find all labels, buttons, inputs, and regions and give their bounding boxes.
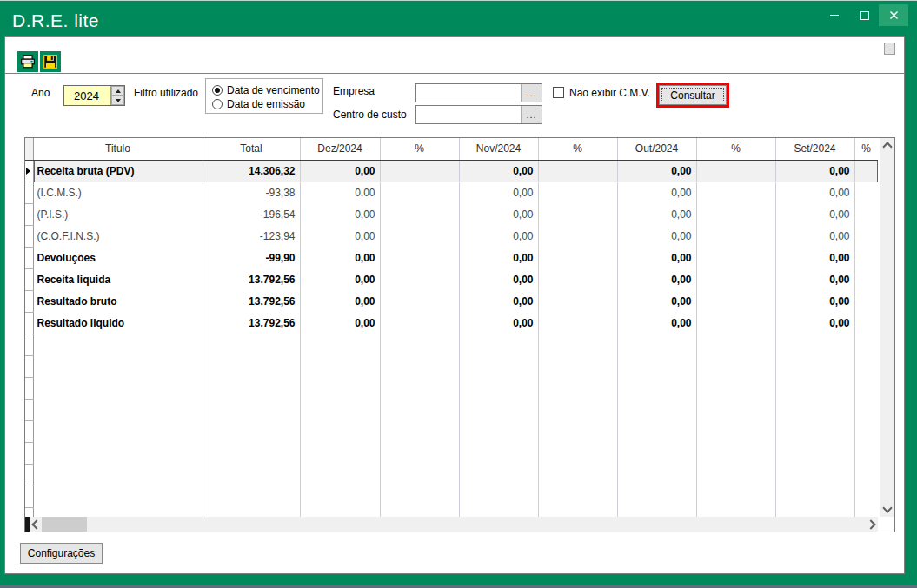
panel-grip[interactable] bbox=[884, 43, 895, 55]
cell-value[interactable] bbox=[380, 203, 459, 225]
cell-value[interactable] bbox=[380, 182, 459, 203]
cell-value[interactable]: 0,00 bbox=[617, 312, 696, 334]
cell-value[interactable]: 0,00 bbox=[300, 160, 380, 182]
cell-value[interactable] bbox=[854, 182, 878, 203]
cell-titulo[interactable]: (I.C.M.S.) bbox=[33, 182, 203, 203]
cell-value[interactable] bbox=[696, 312, 775, 334]
cell-value[interactable]: 0,00 bbox=[300, 268, 380, 290]
cell-value[interactable]: 0,00 bbox=[300, 312, 380, 334]
cell-value[interactable]: 0,00 bbox=[617, 160, 696, 182]
cell-value[interactable] bbox=[854, 160, 878, 182]
year-spin-down-button[interactable] bbox=[111, 96, 124, 105]
row-indicator[interactable] bbox=[25, 203, 33, 225]
row-indicator[interactable] bbox=[25, 268, 33, 290]
cell-value[interactable]: 13.792,56 bbox=[203, 312, 300, 334]
cell-value[interactable] bbox=[696, 225, 775, 247]
cell-value[interactable] bbox=[380, 160, 459, 182]
empresa-lookup-button[interactable]: ... bbox=[521, 84, 542, 102]
cell-titulo[interactable]: (P.I.S.) bbox=[33, 203, 203, 225]
cell-value[interactable] bbox=[696, 290, 775, 312]
cell-value[interactable]: 0,00 bbox=[617, 203, 696, 225]
column-header-titulo[interactable]: Titulo bbox=[33, 138, 203, 160]
cell-titulo[interactable]: Receita bruta (PDV) bbox=[33, 160, 203, 182]
cell-value[interactable] bbox=[854, 290, 878, 312]
cell-value[interactable] bbox=[380, 290, 459, 312]
consultar-button[interactable]: Consultar bbox=[659, 85, 727, 105]
cell-value[interactable] bbox=[538, 160, 617, 182]
cell-value[interactable]: 0,00 bbox=[617, 247, 696, 268]
cell-value[interactable]: 0,00 bbox=[775, 290, 854, 312]
cell-value[interactable]: -93,38 bbox=[203, 182, 300, 203]
table-row[interactable]: (I.C.M.S.)-93,380,000,000,000,00 bbox=[25, 182, 878, 203]
cell-value[interactable] bbox=[538, 247, 617, 268]
cell-value[interactable] bbox=[538, 225, 617, 247]
save-button[interactable] bbox=[40, 51, 61, 72]
cell-value[interactable]: 0,00 bbox=[775, 182, 854, 203]
cell-value[interactable]: -196,54 bbox=[203, 203, 300, 225]
cell-value[interactable]: 0,00 bbox=[775, 203, 854, 225]
cell-value[interactable]: 0,00 bbox=[775, 268, 854, 290]
cell-value[interactable]: 0,00 bbox=[775, 247, 854, 268]
cell-value[interactable]: 0,00 bbox=[775, 160, 854, 182]
cell-value[interactable] bbox=[538, 312, 617, 334]
column-header-pct-5[interactable]: % bbox=[538, 138, 617, 160]
cell-value[interactable] bbox=[538, 290, 617, 312]
radio-option-1[interactable]: Data de vencimento bbox=[212, 83, 320, 97]
horizontal-scroll-thumb[interactable] bbox=[42, 517, 87, 532]
cell-value[interactable]: 0,00 bbox=[300, 225, 380, 247]
cell-titulo[interactable]: Receita liquida bbox=[33, 268, 203, 290]
cell-value[interactable] bbox=[696, 247, 775, 268]
scroll-down-button[interactable] bbox=[880, 502, 894, 517]
cell-value[interactable]: 0,00 bbox=[617, 225, 696, 247]
table-row[interactable]: Resultado bruto13.792,560,000,000,000,00 bbox=[25, 290, 878, 312]
cell-titulo[interactable]: Resultado bruto bbox=[33, 290, 203, 312]
radio-option-2[interactable]: Data de emissão bbox=[212, 97, 305, 111]
table-row[interactable]: (P.I.S.)-196,540,000,000,000,00 bbox=[25, 203, 878, 225]
cell-value[interactable] bbox=[854, 247, 878, 268]
column-header-dez-2024[interactable]: Dez/2024 bbox=[300, 138, 380, 160]
cell-value[interactable]: 0,00 bbox=[300, 290, 380, 312]
column-header-pct-7[interactable]: % bbox=[696, 138, 775, 160]
year-input[interactable] bbox=[64, 86, 110, 105]
cell-value[interactable]: 0,00 bbox=[300, 247, 380, 268]
cell-value[interactable]: 0,00 bbox=[459, 160, 538, 182]
empresa-input[interactable] bbox=[416, 84, 521, 102]
cell-value[interactable] bbox=[380, 225, 459, 247]
cell-value[interactable]: 0,00 bbox=[459, 247, 538, 268]
cell-value[interactable] bbox=[696, 268, 775, 290]
titlebar[interactable]: D.R.E. lite bbox=[0, 0, 917, 36]
radio-icon[interactable] bbox=[212, 99, 223, 109]
cell-value[interactable]: 0,00 bbox=[459, 290, 538, 312]
cell-value[interactable] bbox=[696, 203, 775, 225]
cell-value[interactable]: -123,94 bbox=[203, 225, 300, 247]
table-row[interactable]: Receita liquida13.792,560,000,000,000,00 bbox=[25, 268, 878, 290]
cell-value[interactable]: 0,00 bbox=[775, 225, 854, 247]
cell-value[interactable] bbox=[538, 203, 617, 225]
centro-custo-lookup-button[interactable]: ... bbox=[521, 106, 542, 123]
table-row[interactable]: (C.O.F.I.N.S.)-123,940,000,000,000,00 bbox=[25, 225, 878, 247]
column-header-out-2024[interactable]: Out/2024 bbox=[617, 138, 696, 160]
scroll-left-button[interactable] bbox=[30, 517, 41, 532]
cell-value[interactable]: -99,90 bbox=[203, 247, 300, 268]
cell-value[interactable] bbox=[380, 312, 459, 334]
column-header-pct-9[interactable]: % bbox=[854, 138, 878, 160]
column-header-total[interactable]: Total bbox=[203, 138, 300, 160]
row-indicator[interactable] bbox=[25, 160, 33, 182]
cell-value[interactable] bbox=[538, 268, 617, 290]
scroll-up-button[interactable] bbox=[880, 138, 894, 153]
column-header-set-2024[interactable]: Set/2024 bbox=[775, 138, 854, 160]
row-indicator[interactable] bbox=[25, 247, 33, 268]
cell-value[interactable]: 14.306,32 bbox=[203, 160, 300, 182]
cell-value[interactable]: 0,00 bbox=[775, 312, 854, 334]
cell-value[interactable]: 0,00 bbox=[459, 182, 538, 203]
cell-titulo[interactable]: Devoluções bbox=[33, 247, 203, 268]
cell-value[interactable]: 13.792,56 bbox=[203, 290, 300, 312]
maximize-button[interactable] bbox=[849, 4, 879, 26]
minimize-button[interactable] bbox=[820, 4, 849, 26]
cell-value[interactable]: 0,00 bbox=[617, 268, 696, 290]
centro-custo-input[interactable] bbox=[416, 106, 521, 123]
row-indicator[interactable] bbox=[25, 225, 33, 247]
cell-value[interactable] bbox=[380, 247, 459, 268]
cell-value[interactable]: 0,00 bbox=[459, 312, 538, 334]
vertical-scrollbar[interactable] bbox=[880, 138, 894, 517]
